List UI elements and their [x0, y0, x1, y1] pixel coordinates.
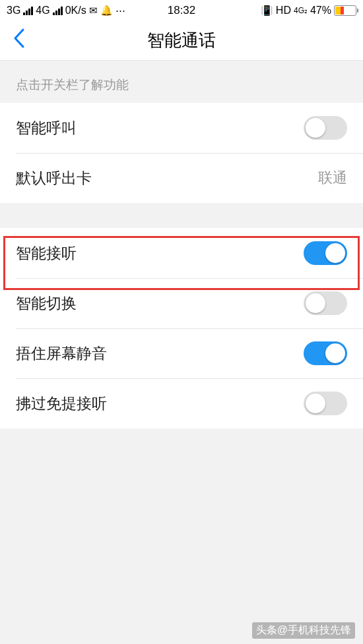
row-label: 默认呼出卡: [16, 168, 92, 189]
row-label: 智能接听: [16, 243, 77, 264]
row-label: 智能呼叫: [16, 118, 77, 138]
row-smart-switch[interactable]: 智能切换: [0, 278, 363, 328]
row-smart-call[interactable]: 智能呼叫: [0, 103, 363, 153]
toggle-cover-mute[interactable]: [304, 341, 347, 365]
wechat-icon: ✉: [89, 5, 98, 16]
toggle-smart-call[interactable]: [304, 116, 347, 140]
data-speed-label: 0K/s: [65, 5, 86, 16]
status-bar: 3G 4G 0K/s ✉ 🔔 ⋯ 18:32 📳 HD 4G₂ 47%: [0, 0, 363, 21]
chevron-left-icon: [13, 28, 25, 48]
watermark-label: 头条@手机科技先锋: [252, 622, 355, 639]
toggle-smart-switch[interactable]: [304, 291, 347, 315]
toggle-wave-speaker[interactable]: [304, 392, 347, 415]
battery-icon: [334, 5, 356, 16]
net-sub-label: 4G₂: [294, 6, 308, 15]
hd-label: HD: [276, 5, 291, 16]
status-left: 3G 4G 0K/s ✉ 🔔 ⋯: [7, 5, 125, 16]
more-icon: ⋯: [116, 5, 125, 16]
page-title: 智能通话: [0, 29, 363, 52]
notification-icon: 🔔: [100, 5, 113, 16]
status-right: 📳 HD 4G₂ 47%: [261, 5, 356, 16]
row-label: 捂住屏幕静音: [16, 343, 107, 364]
row-smart-answer[interactable]: 智能接听: [0, 228, 363, 278]
row-default-card[interactable]: 默认呼出卡 联通: [0, 153, 363, 203]
network-2-label: 4G: [36, 5, 50, 16]
network-1-label: 3G: [7, 5, 20, 16]
row-label: 拂过免提接听: [16, 394, 107, 414]
battery-pct-label: 47%: [310, 5, 331, 16]
row-wave-speaker[interactable]: 拂过免提接听: [0, 378, 363, 428]
toggle-smart-answer[interactable]: [304, 241, 347, 265]
row-cover-mute[interactable]: 捂住屏幕静音: [0, 328, 363, 378]
signal-bars-1-icon: [23, 6, 33, 15]
row-label: 智能切换: [16, 293, 77, 314]
vibrate-icon: 📳: [261, 5, 273, 16]
nav-bar: 智能通话: [0, 21, 363, 61]
row-value: 联通: [318, 168, 347, 188]
signal-bars-2-icon: [53, 6, 63, 15]
section-header: 点击开关栏了解功能: [0, 61, 363, 103]
back-button[interactable]: [13, 28, 25, 53]
status-time: 18:32: [168, 4, 196, 17]
